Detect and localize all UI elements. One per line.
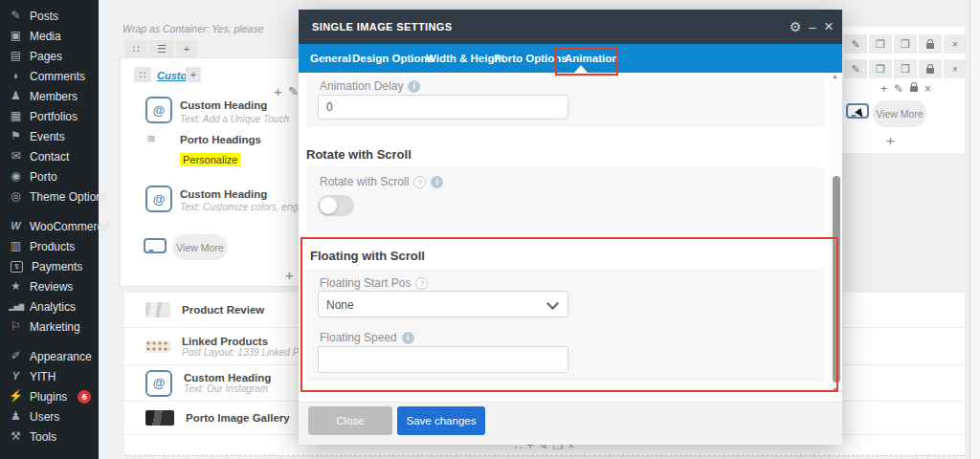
close-icon: ×	[952, 63, 958, 75]
view-more-button[interactable]: View More	[873, 100, 926, 127]
element-title[interactable]: Custom Heading	[180, 188, 267, 200]
comments-icon: ◗	[9, 69, 23, 83]
edit-button[interactable]: ✎	[844, 59, 867, 78]
edit-icon: ✎	[851, 63, 859, 76]
theme-options-icon: ◎	[9, 189, 23, 204]
floating-start-pos-label: Floating Start Pos ?	[320, 276, 428, 290]
close-button[interactable]: ×	[944, 59, 967, 78]
floating-speed-input[interactable]	[318, 346, 568, 373]
question-icon[interactable]: ?	[413, 176, 426, 188]
dialog-tab-bar: General Design Options Width & Height Po…	[299, 44, 842, 73]
container-add-button[interactable]: +	[176, 40, 197, 57]
sidebar-item-woocommerce[interactable]: WWooCommerce	[0, 216, 99, 236]
rotate-with-scroll-toggle[interactable]	[318, 195, 354, 216]
save-changes-button[interactable]: Save changes	[397, 406, 485, 435]
tab-width-height[interactable]: Width & Height	[426, 44, 504, 73]
lock-icon[interactable]	[910, 86, 918, 92]
lock-icon	[926, 43, 934, 49]
dialog-header[interactable]: SINGLE IMAGE SETTINGS ⚙ – ×	[299, 10, 842, 44]
yith-icon: Y	[9, 369, 23, 383]
button-element-icon	[144, 238, 167, 253]
clone-button[interactable]: ❐	[869, 34, 892, 54]
sidebar-item-posts[interactable]: ✎Posts	[0, 6, 99, 26]
edit-button[interactable]: ✎	[844, 34, 867, 54]
clone-icon: ❐	[876, 38, 885, 51]
sidebar-item-users[interactable]: ♟Users	[0, 406, 99, 426]
sidebar-item-portfolios[interactable]: ▦Portfolios	[0, 106, 99, 126]
contact-icon: ✉	[9, 149, 23, 164]
sidebar-item-theme-options[interactable]: ◎Theme Options	[0, 186, 99, 207]
plus-icon[interactable]: +	[880, 82, 887, 96]
gear-icon: ⚙	[790, 19, 802, 34]
close-button[interactable]: Close	[308, 406, 392, 435]
tab-animation[interactable]: Animation	[565, 44, 618, 73]
close-icon[interactable]: ×	[924, 82, 931, 96]
users-icon: ♟	[9, 409, 23, 424]
sidebar-item-appearance[interactable]: ✐Appearance	[0, 346, 99, 366]
custom-heading-icon: @	[145, 370, 172, 397]
element-title[interactable]: Porto Headings	[180, 134, 261, 145]
sidebar-item-products[interactable]: ▥Products	[0, 236, 99, 256]
floating-start-pos-select[interactable]: None	[318, 291, 568, 317]
layout-icon: ☰	[157, 43, 167, 55]
plus-icon: +	[184, 43, 189, 55]
info-icon[interactable]: i	[402, 332, 414, 344]
sidebar-item-members[interactable]: ♟Members	[0, 86, 99, 106]
element-mini-controls: + ✎ ×	[880, 82, 931, 96]
add-element-button[interactable]: +	[285, 268, 294, 282]
page-scrollbar[interactable]	[969, 0, 980, 459]
scroll-down-icon[interactable]: ▼	[832, 386, 838, 393]
info-icon[interactable]: i	[431, 176, 443, 188]
dialog-scrollbar-thumb[interactable]	[833, 176, 840, 382]
sidebar-item-events[interactable]: ⚑Events	[0, 126, 99, 146]
column-add-button[interactable]: +	[274, 84, 282, 98]
inner-move-button[interactable]: ∷	[134, 67, 151, 82]
view-more-button[interactable]: View More	[172, 234, 228, 260]
close-button[interactable]: ×	[944, 34, 967, 54]
container-layout-button[interactable]: ☰	[149, 40, 174, 57]
inner-add-button[interactable]: +	[186, 67, 201, 82]
tab-porto-options[interactable]: Porto Options	[494, 44, 568, 73]
sidebar-item-reviews[interactable]: ★Reviews	[0, 276, 99, 296]
sidebar-item-payments[interactable]: $Payments	[0, 256, 99, 276]
column-edit-button[interactable]: ✎	[288, 85, 299, 98]
custom-heading-icon: @	[145, 186, 172, 212]
container-move-button[interactable]: ∷	[124, 40, 147, 57]
copy-button[interactable]: ❒	[894, 34, 917, 54]
scroll-up-icon[interactable]: ▲	[832, 73, 838, 79]
animation-delay-input[interactable]	[318, 95, 568, 120]
question-icon[interactable]: ?	[415, 277, 428, 290]
dialog-settings-button[interactable]: ⚙	[787, 10, 804, 44]
dialog-close-button[interactable]: ×	[821, 10, 836, 44]
element-title[interactable]: Custom Heading	[180, 99, 267, 111]
edit-icon: ✎	[851, 38, 859, 51]
tab-design-options[interactable]: Design Options	[352, 44, 434, 73]
sidebar-item-tools[interactable]: ⚒Tools	[0, 426, 99, 447]
tab-general[interactable]: General	[310, 44, 351, 73]
plus-icon: +	[190, 69, 196, 80]
sidebar-item-yith[interactable]: YYITH	[0, 366, 99, 386]
sidebar-item-media[interactable]: ▣Media	[0, 26, 99, 46]
linked-products-thumbnail-icon	[145, 340, 170, 353]
add-element-button[interactable]: +	[886, 133, 895, 147]
copy-button[interactable]: ❒	[894, 59, 917, 78]
sidebar-item-contact[interactable]: ✉Contact	[0, 146, 99, 166]
clone-button[interactable]: ❐	[869, 59, 892, 78]
sidebar-item-pages[interactable]: ▤Pages	[0, 46, 99, 66]
lock-button[interactable]	[919, 59, 942, 78]
products-icon: ▥	[9, 239, 23, 253]
sidebar-item-marketing[interactable]: ⚐Marketing	[0, 317, 99, 337]
product-review-thumbnail-icon	[145, 302, 170, 317]
sidebar-item-analytics[interactable]: ▂▅▇Analytics	[0, 296, 99, 317]
dialog-minimize-button[interactable]: –	[806, 10, 819, 44]
info-icon[interactable]: i	[408, 80, 420, 93]
move-icon: ∷	[133, 43, 140, 55]
sidebar-item-comments[interactable]: ◗Comments	[0, 66, 99, 86]
posts-icon: ✎	[9, 9, 23, 23]
admin-sidebar: ✎Posts ▣Media ▤Pages ◗Comments ♟Members …	[0, 0, 99, 459]
lock-button[interactable]	[919, 34, 942, 54]
sidebar-item-porto[interactable]: ◉Porto	[0, 166, 99, 186]
sidebar-item-plugins[interactable]: ⚡Plugins6	[0, 386, 99, 406]
tools-icon: ⚒	[9, 429, 23, 444]
edit-icon[interactable]: ✎	[894, 82, 903, 96]
